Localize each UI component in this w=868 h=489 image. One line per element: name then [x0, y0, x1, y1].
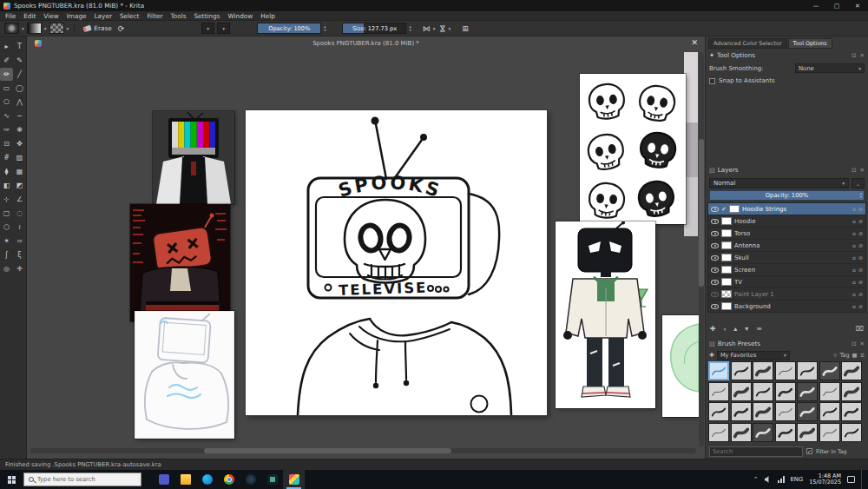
- brush-preset[interactable]: [819, 423, 840, 442]
- taskbar-app-teams[interactable]: [153, 470, 174, 489]
- brush-smoothing-select[interactable]: None ▾: [795, 63, 865, 73]
- alpha-lock-icon[interactable]: ⊘: [858, 242, 863, 248]
- language-indicator[interactable]: ENG: [791, 476, 804, 483]
- brush-preset[interactable]: [819, 402, 840, 421]
- brush-preset[interactable]: [797, 361, 818, 380]
- workspace-dropdown[interactable]: ▾: [201, 23, 214, 34]
- brush-preset[interactable]: [708, 402, 729, 421]
- move-layer-down-button[interactable]: ▾: [745, 325, 748, 333]
- show-desktop-button[interactable]: [861, 470, 865, 489]
- alpha-lock-icon[interactable]: ⊘: [858, 279, 863, 285]
- layer-visibility-eye-icon[interactable]: [711, 231, 719, 236]
- brush-preset[interactable]: [708, 361, 729, 380]
- layer-visibility-eye-icon[interactable]: [711, 268, 719, 273]
- reload-preset-icon[interactable]: ⟳: [118, 24, 125, 33]
- gradient-preview[interactable]: [27, 23, 42, 34]
- color-sampler-tool[interactable]: ⧫: [0, 165, 13, 178]
- chevron-down-icon[interactable]: ▾: [67, 26, 69, 31]
- minimize-button[interactable]: —: [806, 0, 826, 11]
- add-layer-dropdown-icon[interactable]: ▾: [724, 327, 727, 332]
- inherit-alpha-icon[interactable]: α: [852, 206, 856, 212]
- action-center-icon[interactable]: [847, 476, 855, 483]
- brush-preset[interactable]: [841, 402, 862, 421]
- taskbar-app-edge[interactable]: [196, 470, 218, 489]
- filter-in-tag-checkbox[interactable]: ✓: [806, 448, 812, 454]
- freehand-select-tool[interactable]: ≀: [13, 221, 26, 234]
- alpha-lock-icon[interactable]: ⊘: [858, 218, 863, 224]
- tray-chevron-up-icon[interactable]: ⌃: [753, 476, 759, 483]
- network-icon[interactable]: [778, 476, 785, 483]
- select-shapes-tool[interactable]: ▸: [0, 40, 13, 53]
- line-tool[interactable]: ╱: [13, 68, 26, 81]
- ellipse-select-tool[interactable]: ◌: [13, 207, 26, 220]
- canvas-vertical-scrollbar[interactable]: [699, 52, 704, 446]
- freehand-brush-tool[interactable]: ✏: [0, 68, 13, 81]
- similar-select-tool[interactable]: ≈: [13, 235, 26, 248]
- bezier-select-tool[interactable]: ʃ: [0, 248, 13, 261]
- layer-visibility-eye-icon[interactable]: [711, 219, 719, 224]
- menu-item-select[interactable]: Select: [120, 12, 140, 20]
- move-layer-up-button[interactable]: ▴: [733, 325, 737, 333]
- brush-preset[interactable]: [841, 361, 862, 380]
- brush-preset[interactable]: [753, 402, 773, 421]
- ellipse-tool[interactable]: ◯: [13, 82, 26, 95]
- mirror-horizontal-icon[interactable]: ⋈: [423, 24, 431, 33]
- menu-item-view[interactable]: View: [43, 12, 58, 20]
- chevron-down-icon[interactable]: ▾: [22, 26, 24, 31]
- wrap-around-icon[interactable]: ⊞: [462, 24, 469, 33]
- blend-mode-extra-button[interactable]: ⌄: [852, 178, 865, 188]
- blend-mode-select[interactable]: Normal ▾: [709, 178, 849, 188]
- inherit-alpha-icon[interactable]: α: [852, 279, 856, 285]
- taskbar-app-steam[interactable]: [240, 470, 261, 489]
- layer-row[interactable]: ✓ Hoodie α ⊘: [708, 215, 865, 228]
- clock[interactable]: 1:48 AM 15/07/2025: [809, 473, 841, 486]
- assistants-tool[interactable]: ⊹: [0, 193, 13, 206]
- dynamic-brush-tool[interactable]: ✑: [0, 123, 13, 136]
- menu-item-layer[interactable]: Layer: [95, 12, 112, 20]
- magnetic-select-tool[interactable]: ξ: [13, 248, 26, 261]
- inherit-alpha-icon[interactable]: α: [852, 242, 856, 248]
- menu-item-edit[interactable]: Edit: [23, 12, 36, 20]
- layer-row[interactable]: ✓ Screen α ⊘: [708, 264, 865, 276]
- calligraphy-tool[interactable]: ✎: [13, 54, 26, 67]
- opacity-slider[interactable]: Opacity: 100%: [257, 23, 321, 34]
- layer-visibility-eye-icon[interactable]: [711, 292, 719, 297]
- brush-preset[interactable]: [708, 423, 729, 442]
- mirror-vertical-icon[interactable]: ⋈: [437, 24, 446, 32]
- crop-tool[interactable]: #: [0, 151, 13, 164]
- gradient-tool[interactable]: ▨: [13, 151, 26, 164]
- brush-preset[interactable]: [797, 382, 818, 401]
- layer-visibility-eye-icon[interactable]: [711, 255, 719, 261]
- rect-select-tool[interactable]: ▢: [0, 207, 13, 220]
- layer-opacity-slider[interactable]: Opacity: 100% ▴▾: [709, 190, 865, 201]
- brush-preset[interactable]: [797, 423, 818, 442]
- zoom-tool[interactable]: ◎: [0, 262, 13, 275]
- tab-advanced-color-selector[interactable]: Advanced Color Selector: [708, 38, 787, 49]
- snap-assistants-checkbox[interactable]: [709, 78, 715, 84]
- alpha-lock-icon[interactable]: ⊘: [858, 291, 863, 297]
- taskbar-search[interactable]: Type here to search: [23, 472, 141, 486]
- brush-preset[interactable]: [775, 361, 796, 380]
- close-docker-icon[interactable]: ✕: [860, 167, 865, 174]
- opacity-spinner[interactable]: ▴▾: [324, 25, 326, 32]
- brush-search-input[interactable]: [709, 446, 803, 457]
- polygon-tool[interactable]: ⬠: [0, 96, 13, 109]
- canvas-area[interactable]: Spooks PNGTUBER.kra (81.0 MiB) * ✕: [27, 36, 705, 459]
- size-spinner[interactable]: ▴▾: [409, 25, 411, 32]
- measure-tool[interactable]: ∠: [13, 193, 26, 206]
- layer-visibility-eye-icon[interactable]: [711, 243, 719, 248]
- layer-row[interactable]: ✓ Hoodie Strings α ⊘: [708, 203, 865, 215]
- multibrush-tool[interactable]: ❋: [13, 123, 26, 136]
- inherit-alpha-icon[interactable]: α: [852, 254, 856, 261]
- menu-item-file[interactable]: File: [5, 12, 16, 20]
- brush-preset[interactable]: [775, 402, 796, 421]
- layer-visibility-eye-icon[interactable]: [711, 280, 719, 285]
- pattern-preview[interactable]: [49, 23, 64, 34]
- layer-visibility-eye-icon[interactable]: [711, 304, 719, 309]
- polygon-select-tool[interactable]: ⬡: [0, 221, 13, 234]
- enclose-fill-tool[interactable]: ◩: [13, 179, 26, 192]
- layer-row[interactable]: ✓ Antenna α ⊘: [708, 240, 865, 252]
- menu-item-tools[interactable]: Tools: [171, 12, 187, 20]
- layer-row[interactable]: ✓ Paint Layer 1 α ⊘: [708, 288, 865, 301]
- brush-preset[interactable]: [753, 361, 773, 380]
